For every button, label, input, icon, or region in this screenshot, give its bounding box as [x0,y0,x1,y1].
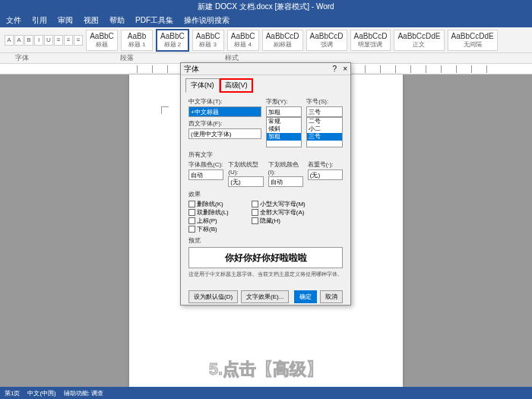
ribbon: A A B I U ≡ ≡ ≡ AaBbC标题 AaBb标题 1 AaBbC标题… [0,27,532,53]
style-nospace[interactable]: AaBbCcDdE无间隔 [448,30,498,51]
instruction-caption: 5.点击【高级】 [209,358,323,381]
font-dialog: 字体 ? × 字体(N) 高级(V) 中文字体(T): +中文标题 西文字体(F… [180,62,351,306]
align-center-icon[interactable]: ≡ [64,35,73,46]
preview-box: 你好你好你好啦啦啦 [188,247,343,268]
underline-select[interactable]: (无) [228,176,263,187]
align-left-icon[interactable]: ≡ [54,35,63,46]
style-normal[interactable]: AaBbCcDdE正文 [394,30,444,51]
font-size-grow-icon[interactable]: A [5,35,14,46]
style-strong[interactable]: AaBbCcD明显强调 [350,30,391,51]
style-input[interactable]: 加粗 [266,106,302,117]
cn-font-input[interactable]: +中文标题 [188,106,261,117]
emphasis-select[interactable]: (无) [308,169,343,180]
size-input[interactable]: 三号 [306,106,343,117]
doc-title: 新建 DOCX 文档.docx [兼容模式] - Word [198,2,334,12]
style-opt-italic[interactable]: 倾斜 [267,125,302,133]
menu-bar: 文件 引用 审阅 视图 帮助 PDF工具集 操作说明搜索 [0,14,532,27]
dialog-title: 字体 [184,64,199,74]
tab-advanced[interactable]: 高级(V) [220,78,253,93]
style-title[interactable]: AaBbC标题 [86,30,118,51]
style-emphasis[interactable]: AaBbCcD强调 [306,30,347,51]
underline-color-label: 下划线颜色(I): [268,160,303,176]
underline-icon[interactable]: U [44,35,53,46]
check-smallcaps[interactable] [252,201,258,207]
west-font-label: 西文字体(F): [188,119,261,128]
check-subscript[interactable] [188,226,195,233]
check-superscript[interactable] [188,217,195,224]
west-font-input[interactable]: (使用中文字体) [188,128,261,139]
check-strike[interactable] [188,201,195,207]
italic-icon[interactable]: I [34,35,43,46]
size-listbox[interactable]: 二号 小二 三号 [306,117,343,147]
menu-view[interactable]: 视图 [81,15,101,26]
align-right-icon[interactable]: ≡ [74,35,83,46]
font-color-select[interactable]: 自动 [188,169,223,180]
menu-references[interactable]: 引用 [30,15,49,26]
group-font: 字体 [15,53,29,63]
status-page[interactable]: 第1页 [5,389,20,397]
status-lang[interactable]: 中文(中国) [27,389,55,397]
style-label: 字形(Y): [266,97,302,106]
check-superscript-label: 上标(P) [197,217,217,225]
check-hidden[interactable] [252,217,258,224]
check-allcaps-label: 全部大写字母(A) [260,208,305,217]
menu-tell-me[interactable]: 操作说明搜索 [182,15,232,26]
check-dblstrike[interactable] [188,209,195,216]
set-default-button[interactable]: 设为默认值(D) [188,290,238,303]
title-bar: 新建 DOCX 文档.docx [兼容模式] - Word [0,0,532,14]
status-bar: 第1页 中文(中国) 辅助功能: 调查 [0,387,532,399]
group-paragraph: 段落 [120,53,134,63]
check-allcaps[interactable] [252,209,258,216]
font-color-label: 字体颜色(C): [188,160,223,169]
all-text-label: 所有文字 [188,150,343,159]
dialog-titlebar: 字体 ? × [181,63,350,75]
style-opt-regular[interactable]: 常规 [267,118,302,125]
text-effects-button[interactable]: 文字效果(E)... [241,290,289,303]
check-strike-label: 删除线(K) [197,200,223,208]
check-dblstrike-label: 双删除线(L) [197,208,229,217]
margin-corner-icon [161,106,169,114]
style-h1[interactable]: AaBb标题 1 [121,30,153,51]
cn-font-label: 中文字体(T): [188,97,261,106]
close-icon[interactable]: × [343,65,347,73]
tab-font[interactable]: 字体(N) [185,78,220,93]
check-hidden-label: 隐藏(H) [260,217,280,225]
status-access[interactable]: 辅助功能: 调查 [64,389,103,397]
size-opt-0[interactable]: 二号 [307,118,342,125]
size-opt-2[interactable]: 三号 [307,133,342,141]
menu-help[interactable]: 帮助 [107,15,127,26]
effects-label: 效果 [188,190,343,198]
help-icon[interactable]: ? [333,65,337,73]
underline-label: 下划线线型(U): [228,160,263,176]
dialog-tabs: 字体(N) 高级(V) [181,75,350,93]
hint-text: 这是用于中文标题主题字体。当前文档主题定义将使用哪种字体。 [188,271,343,278]
style-subtitle[interactable]: AaBbCcD副标题 [262,30,303,51]
bold-icon[interactable]: B [24,35,33,46]
style-h3[interactable]: AaBbC标题 3 [192,30,224,51]
format-icons: A A B I U ≡ ≡ ≡ [5,35,83,46]
emphasis-label: 着重号(·): [308,160,343,169]
style-h2[interactable]: AaBbC标题 2 [156,29,189,52]
menu-pdf[interactable]: PDF工具集 [133,15,176,26]
cancel-button[interactable]: 取消 [320,290,343,303]
menu-review[interactable]: 审阅 [55,15,75,26]
underline-color-select[interactable]: 自动 [268,176,303,187]
dialog-body: 中文字体(T): +中文标题 西文字体(F): (使用中文字体) 字形(Y): … [181,93,350,287]
style-listbox[interactable]: 常规 倾斜 加粗 [266,117,302,147]
size-label: 字号(S): [306,97,343,106]
check-smallcaps-label: 小型大写字母(M) [260,200,306,208]
font-size-shrink-icon[interactable]: A [14,35,24,46]
ok-button[interactable]: 确定 [294,290,317,303]
size-opt-1[interactable]: 小二 [307,125,342,133]
menu-file[interactable]: 文件 [4,15,24,26]
style-h4[interactable]: AaBbC标题 4 [227,30,259,51]
preview-label: 预览 [188,236,343,245]
style-opt-bold[interactable]: 加粗 [267,133,302,141]
check-subscript-label: 下标(B) [197,225,217,233]
dialog-buttons: 设为默认值(D) 文字效果(E)... 确定 取消 [181,287,350,308]
